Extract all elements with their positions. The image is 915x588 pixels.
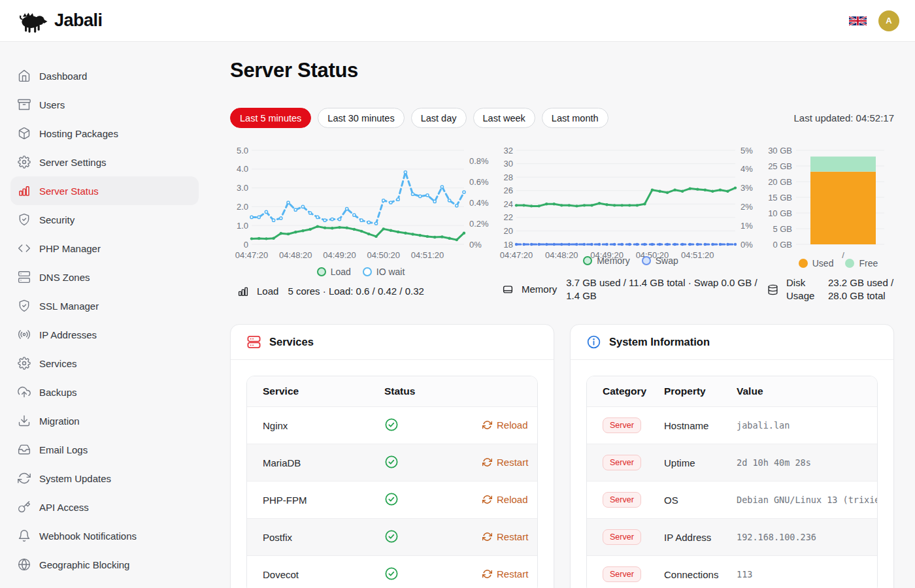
svg-text:24: 24 [504,199,513,209]
sidebar-item-users[interactable]: Users [10,90,199,119]
disk-chart-legend: UsedFree [765,258,912,269]
service-action-reload[interactable]: Reload [482,419,528,431]
load-summary: Load 5 cores · Load: 0.6 / 0.42 / 0.32 [237,285,424,298]
svg-text:1.0: 1.0 [237,221,248,231]
legend-item-swap: Swap [642,255,678,266]
sidebar-item-security[interactable]: Security [10,205,199,234]
svg-text:1%: 1% [740,221,753,231]
category-badge: Server [603,455,641,470]
sidebar-item-dashboard[interactable]: Dashboard [10,61,199,90]
sidebar-item-system-updates[interactable]: System Updates [10,464,199,493]
code-icon [18,242,31,255]
boar-logo-icon [16,8,48,33]
sidebar-item-label: System Updates [39,473,111,484]
legend-item-free: Free [845,258,878,269]
refresh-icon [482,420,492,430]
sidebar-item-migration[interactable]: Migration [10,406,199,435]
svg-text:22: 22 [504,212,513,222]
brand-name: Jabali [54,10,103,31]
download-icon [18,414,31,427]
system-information-card: System Information CategoryPropertyValue… [570,324,894,588]
sidebar-item-backups[interactable]: Backups [10,378,199,406]
service-action-reload[interactable]: Reload [482,494,528,505]
svg-text:0%: 0% [469,240,482,250]
svg-text:04:47:20: 04:47:20 [235,250,269,260]
svg-text:0 GB: 0 GB [773,240,792,250]
load-summary-label: Load [257,285,278,298]
sidebar-item-webhook-notifications[interactable]: Webhook Notifications [10,521,199,550]
disk-chart: 0 GB5 GB10 GB15 GB20 GB25 GB30 GB/ UsedF… [765,140,912,265]
language-flag-icon[interactable] [849,15,867,27]
page-title: Server Status [230,59,358,82]
svg-text:0.4%: 0.4% [469,198,489,208]
service-action-restart[interactable]: Restart [482,457,528,468]
filter-last-day[interactable]: Last day [411,108,467,128]
inbox-icon [18,443,31,456]
time-range-filters: Last 5 minutesLast 30 minutesLast dayLas… [230,108,894,128]
service-action-restart[interactable]: Restart [482,568,528,580]
legend-item-used: Used [799,258,834,269]
category-badge: Server [603,417,641,433]
disk-summary-label: Disk Usage [786,276,819,302]
info-icon [586,335,601,350]
sidebar-item-label: Migration [39,416,80,427]
category-badge: Server [603,529,641,545]
service-action-restart[interactable]: Restart [482,531,528,542]
bell-icon [18,529,31,542]
service-name: Nginx [247,407,369,444]
home-icon [18,69,31,82]
memory-summary: Memory 3.7 GB used / 11.4 GB total · Swa… [502,276,762,302]
services-table: ServiceStatus NginxReloadMariaDBRestartP… [247,376,537,588]
filter-last-5-minutes[interactable]: Last 5 minutes [230,108,311,128]
svg-text:0.6%: 0.6% [469,177,489,187]
sidebar-item-ip-addresses[interactable]: IP Addresses [10,320,199,349]
service-row-mariadb: MariaDBRestart [247,444,537,482]
sidebar-item-api-access[interactable]: API Access [10,493,199,521]
sidebar-item-php-manager[interactable]: PHP Manager [10,234,199,263]
sidebar-item-dns-zones[interactable]: DNS Zones [10,263,199,291]
memory-chart-legend: MemorySwap [497,255,765,266]
filter-last-week[interactable]: Last week [473,108,535,128]
property-name: Hostname [648,407,721,444]
legend-item-load: Load [317,267,351,277]
sidebar-item-label: DNS Zones [39,272,90,283]
load-chart-legend: LoadIO wait [230,267,491,277]
sidebar-item-email-logs[interactable]: Email Logs [10,435,199,464]
property-name: IP Address [648,519,721,556]
sidebar-item-label: Backups [39,387,77,398]
svg-text:2%: 2% [740,202,753,212]
property-value: jabali.lan [721,407,877,444]
key-icon [18,500,31,514]
filter-last-month[interactable]: Last month [542,108,608,128]
svg-text:15 GB: 15 GB [768,193,792,203]
brand: Jabali [16,8,103,33]
cloud-upload-icon [18,385,31,399]
legend-item-io-wait: IO wait [363,267,405,277]
refresh-icon [482,569,492,579]
bar-chart-icon [18,184,31,197]
service-row-nginx: NginxReload [247,407,537,444]
service-row-postfix: PostfixRestart [247,519,537,556]
hard-drive-icon [502,284,514,295]
svg-text:5%: 5% [740,146,753,155]
package-icon [18,127,31,140]
sidebar-item-server-status[interactable]: Server Status [10,176,199,205]
service-status [369,519,467,556]
status-ok-icon [384,529,399,544]
system-column-header: Property [648,376,721,407]
system-information-table: CategoryPropertyValue ServerHostnamejaba… [587,376,877,588]
sidebar-item-server-settings[interactable]: Server Settings [10,148,199,176]
system-row-ip-address: ServerIP Address192.168.100.236 [587,519,877,556]
sidebar-item-ssl-manager[interactable]: SSL Manager [10,291,199,320]
svg-text:04:49:20: 04:49:20 [323,250,356,260]
svg-text:10 GB: 10 GB [768,208,792,218]
user-avatar[interactable]: A [878,10,899,31]
filter-last-30-minutes[interactable]: Last 30 minutes [318,108,404,128]
category-badge: Server [603,492,641,508]
service-name: PHP-FPM [247,482,369,519]
top-header: Jabali A [0,0,915,42]
sidebar-item-geographic-blocking[interactable]: Geographic Blocking [10,550,199,579]
sidebar-item-services[interactable]: Services [10,349,199,378]
sidebar-item-hosting-packages[interactable]: Hosting Packages [10,119,199,148]
service-row-dovecot: DovecotRestart [247,556,537,588]
